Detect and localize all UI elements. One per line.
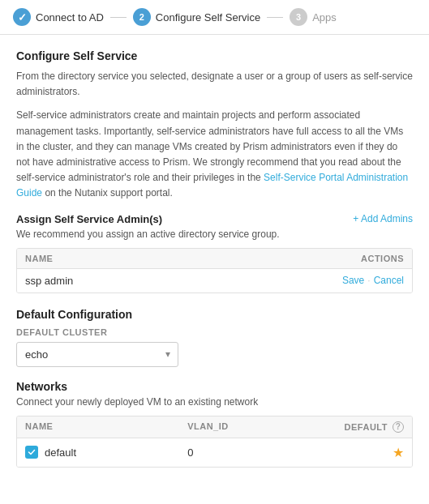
wizard-step-configure-self-service[interactable]: 2 Configure Self Service	[133, 8, 260, 26]
step-1-circle: ✓	[13, 8, 31, 26]
admins-table: NAME ACTIONS ssp admin Save · Cancel	[16, 248, 413, 293]
cluster-label: DEFAULT CLUSTER	[16, 327, 413, 337]
step-2-number: 2	[139, 12, 144, 22]
net-col-header-vlan: VLAN_ID	[187, 421, 295, 433]
networks-table: NAME VLAN_ID DEFAULT ? default 0	[16, 416, 413, 468]
cluster-select[interactable]: echo	[16, 342, 178, 367]
description-1: From the directory service you selected,…	[16, 69, 413, 100]
step-separator-1	[110, 17, 127, 18]
wizard-step-apps[interactable]: 3 Apps	[290, 8, 337, 26]
col-header-name: NAME	[25, 254, 53, 263]
col-header-actions: ACTIONS	[361, 254, 404, 263]
network-name-cell: default	[25, 446, 187, 459]
networks-table-header: NAME VLAN_ID DEFAULT ?	[17, 416, 412, 438]
networks-section: Networks Connect your newly deployed VM …	[16, 380, 413, 468]
default-config-section: Default Configuration DEFAULT CLUSTER ec…	[16, 308, 413, 367]
default-config-title: Default Configuration	[16, 308, 413, 321]
net-col-header-name: NAME	[25, 421, 187, 433]
step-3-circle: 3	[290, 8, 307, 26]
step-1-label: Connect to AD	[36, 11, 104, 23]
networks-title: Networks	[16, 380, 413, 393]
network-checkbox[interactable]	[25, 446, 38, 459]
check-icon	[28, 448, 36, 456]
description-2: Self-service administrators create and m…	[16, 108, 413, 201]
net-col-header-default: DEFAULT ?	[296, 421, 404, 433]
wizard-header: ✓ Connect to AD 2 Configure Self Service…	[0, 0, 429, 35]
assign-sub-description: We recommend you assign an active direct…	[16, 229, 413, 240]
add-admins-button[interactable]: + Add Admins	[353, 213, 413, 224]
network-name-value: default	[45, 446, 76, 459]
step-3-number: 3	[296, 12, 301, 22]
info-icon[interactable]: ?	[393, 421, 404, 433]
main-content: Configure Self Service From the director…	[0, 35, 429, 482]
cancel-button[interactable]: Cancel	[374, 275, 404, 286]
admin-name-cell: ssp admin	[25, 275, 73, 287]
step-2-label: Configure Self Service	[156, 11, 260, 23]
step-3-label: Apps	[312, 11, 337, 23]
action-separator: ·	[367, 275, 370, 286]
wizard-step-connect-to-ad[interactable]: ✓ Connect to AD	[13, 8, 104, 26]
net-col-default-label: DEFAULT	[345, 422, 388, 432]
page-title: Configure Self Service	[16, 49, 413, 62]
assign-title: Assign Self Service Admin(s)	[16, 213, 162, 225]
networks-description: Connect your newly deployed VM to an exi…	[16, 396, 413, 408]
network-vlan-cell: 0	[187, 446, 295, 459]
description-3-text: on the Nutanix support portal.	[45, 187, 172, 199]
star-icon[interactable]: ★	[393, 445, 404, 460]
admin-actions-cell: Save · Cancel	[342, 275, 404, 286]
table-row: ssp admin Save · Cancel	[17, 269, 412, 293]
assign-section-header: Assign Self Service Admin(s) + Add Admin…	[16, 213, 413, 225]
step-separator-2	[267, 17, 283, 18]
networks-table-row: default 0 ★	[17, 438, 412, 467]
admins-table-header: NAME ACTIONS	[17, 249, 412, 269]
save-button[interactable]: Save	[342, 275, 364, 286]
step-2-circle: 2	[133, 8, 151, 26]
cluster-select-wrapper: echo ▾	[16, 342, 178, 367]
network-default-cell: ★	[296, 445, 404, 460]
